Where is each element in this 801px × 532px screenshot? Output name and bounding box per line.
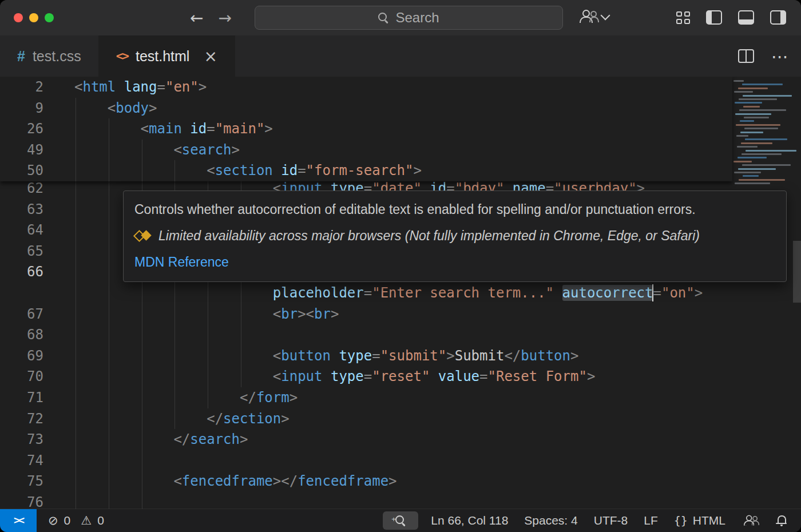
toggle-panel-icon[interactable] (738, 10, 754, 25)
toggle-secondary-sidebar-icon[interactable] (770, 10, 786, 25)
sticky-line[interactable]: 9 <body> (0, 98, 732, 119)
people-icon (743, 515, 758, 527)
mdn-reference-link[interactable]: MDN Reference (134, 252, 775, 272)
indentation-setting[interactable]: Spaces: 4 (516, 509, 585, 532)
customize-layout-icon[interactable] (676, 11, 690, 24)
encoding-setting[interactable]: UTF-8 (586, 509, 636, 532)
code-text: <search> (43, 140, 732, 161)
warning-count[interactable]: 0 (97, 514, 104, 527)
line-number[interactable] (0, 283, 43, 304)
code-line[interactable]: 76 (0, 492, 801, 509)
close-tab-icon[interactable]: × (204, 47, 217, 66)
line-number[interactable]: 67 (0, 304, 43, 325)
line-number[interactable]: 69 (0, 346, 43, 367)
line-number[interactable]: 70 (0, 366, 43, 387)
code-line[interactable]: 72 </section> (0, 408, 801, 430)
code-text: <main id="main"> (43, 118, 732, 140)
minimap-line (739, 109, 786, 111)
sticky-line[interactable]: 49 <search> (0, 140, 732, 161)
indent-guide (109, 304, 109, 325)
indent-guide (142, 283, 142, 304)
indent-guide (109, 220, 109, 241)
split-editor-icon[interactable] (738, 49, 754, 63)
minimap[interactable] (732, 77, 793, 509)
eol-setting[interactable]: LF (636, 509, 666, 532)
toggle-primary-sidebar-icon[interactable] (706, 10, 722, 25)
line-number[interactable]: 49 (0, 140, 43, 161)
language-mode[interactable]: {} HTML (666, 509, 733, 532)
code-text: <html lang="en"> (43, 77, 732, 98)
indent-guide (142, 160, 142, 181)
indent-guide (76, 283, 76, 304)
more-actions-icon[interactable]: ⋯ (771, 46, 788, 66)
indent-guide (76, 241, 76, 262)
indent-guide (175, 366, 175, 387)
error-icon[interactable]: ⊘ (48, 514, 58, 527)
scrollbar-thumb[interactable] (793, 241, 801, 303)
line-number[interactable]: 65 (0, 241, 43, 262)
indent-guide (109, 387, 109, 408)
sticky-line[interactable]: 2<html lang="en"> (0, 77, 732, 98)
indent-guide (76, 471, 76, 492)
code-line[interactable]: 70 <input type="reset" value="Reset Form… (0, 366, 801, 387)
line-number[interactable]: 50 (0, 160, 43, 181)
code-line[interactable]: 75 <fencedframe></fencedframe> (0, 471, 801, 492)
line-number[interactable]: 74 (0, 450, 43, 471)
line-number[interactable]: 2 (0, 77, 43, 98)
tab-test-html[interactable]: <> test.html × (99, 35, 235, 77)
code-line[interactable]: 73 </search> (0, 429, 801, 450)
line-number[interactable]: 66 (0, 261, 43, 283)
tab-test-css[interactable]: # test.css (0, 35, 99, 77)
indent-guide (109, 241, 109, 262)
code-line[interactable]: 67 <br><br> (0, 304, 801, 325)
line-number[interactable]: 26 (0, 118, 43, 140)
cursor-position[interactable]: Ln 66, Col 118 (423, 509, 516, 532)
error-count[interactable]: 0 (64, 514, 71, 527)
code-text: placeholder="Enter search term..." autoc… (43, 283, 801, 304)
code-text (43, 492, 801, 509)
code-line[interactable]: 71 </form> (0, 387, 801, 408)
indent-guide (142, 471, 142, 492)
search-box[interactable]: Search (255, 6, 563, 30)
accounts-status-item[interactable] (733, 509, 768, 532)
forward-button[interactable]: → (218, 9, 231, 27)
code-line[interactable]: placeholder="Enter search term..." autoc… (0, 283, 801, 304)
minimize-window-button[interactable] (29, 13, 38, 22)
indent-guide (175, 387, 175, 408)
line-number[interactable]: 76 (0, 492, 43, 509)
tooltip-description: Controls whether autocorrection of edita… (134, 200, 775, 219)
close-window-button[interactable] (14, 13, 23, 22)
minimap-line (745, 138, 787, 140)
indent-guide (208, 324, 208, 346)
warning-icon[interactable]: ⚠ (81, 514, 92, 527)
remote-indicator[interactable]: >< (0, 509, 37, 532)
editor[interactable]: 62 <input type="date" id="bday" name="us… (0, 77, 801, 509)
code-line[interactable]: 69 <button type="submit">Submit</button> (0, 346, 801, 367)
zoom-button[interactable]: + (383, 511, 418, 530)
line-number[interactable]: 71 (0, 387, 43, 408)
line-number[interactable]: 9 (0, 98, 43, 119)
back-button[interactable]: ← (190, 9, 203, 27)
line-number[interactable]: 75 (0, 471, 43, 492)
indent-guide (76, 450, 76, 471)
indent-guide (109, 140, 109, 161)
sticky-line[interactable]: 50 <section id="form-search"> (0, 160, 732, 181)
zoom-window-button[interactable] (45, 13, 54, 22)
line-number[interactable]: 64 (0, 220, 43, 241)
sticky-line[interactable]: 26 <main id="main"> (0, 118, 732, 140)
indent-guide (175, 408, 175, 430)
accounts-menu[interactable] (579, 9, 609, 24)
code-line[interactable]: 68 (0, 324, 801, 346)
sticky-scroll[interactable]: 2<html lang="en">9 <body>26 <main id="ma… (0, 77, 732, 181)
notifications-item[interactable] (768, 509, 795, 532)
indent-guide (142, 408, 142, 430)
line-number[interactable]: 68 (0, 324, 43, 346)
minimap-line (738, 168, 776, 170)
titlebar: ← → Search (0, 0, 801, 35)
minimap-line (737, 157, 767, 158)
line-number[interactable]: 63 (0, 199, 43, 220)
line-number[interactable]: 73 (0, 429, 43, 450)
code-line[interactable]: 74 (0, 450, 801, 471)
line-number[interactable]: 72 (0, 408, 43, 430)
indent-guide (142, 450, 142, 471)
